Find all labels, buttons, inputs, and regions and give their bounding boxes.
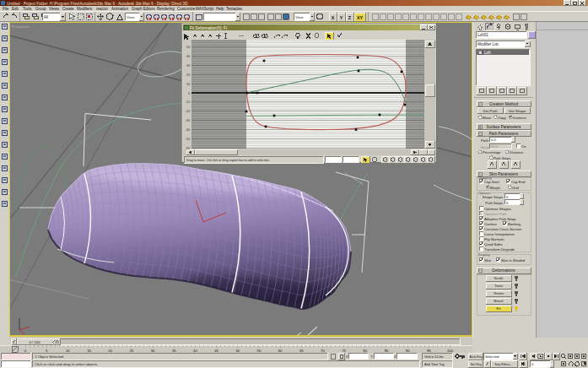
svg-text:0 / 100: 0 / 100 xyxy=(29,340,40,344)
svg-text:−: − xyxy=(479,132,482,136)
svg-text:Surface Parameters: Surface Parameters xyxy=(487,125,522,129)
svg-text:10: 10 xyxy=(186,83,190,86)
svg-text:Contour: Contour xyxy=(484,222,498,226)
svg-text:Path Steps: Path Steps xyxy=(494,156,511,160)
svg-text:10.0: 10.0 xyxy=(491,144,499,149)
svg-text:1 Object Selected: 1 Object Selected xyxy=(35,354,64,359)
svg-text:Customize: Customize xyxy=(177,7,196,11)
svg-text:45: 45 xyxy=(214,349,218,353)
svg-text:Y: Y xyxy=(340,15,343,20)
svg-text:25: 25 xyxy=(130,349,134,353)
svg-text:50: 50 xyxy=(235,349,240,353)
svg-text:Bevel: Bevel xyxy=(494,299,504,303)
svg-text:Loft01: Loft01 xyxy=(477,33,488,37)
svg-text:Auto Key: Auto Key xyxy=(470,355,483,359)
svg-text:Grid = 10.0m: Grid = 10.0m xyxy=(424,354,444,359)
svg-text:Views: Views xyxy=(49,7,60,11)
svg-text:40: 40 xyxy=(193,349,197,353)
svg-text:80: 80 xyxy=(363,349,367,353)
svg-text:Fit: Fit xyxy=(497,306,502,311)
svg-text:Constant Cross-Section: Constant Cross-Section xyxy=(484,227,522,231)
svg-text:Skin: Skin xyxy=(484,258,492,262)
svg-text:Instance: Instance xyxy=(513,116,527,120)
svg-text:-10: -10 xyxy=(186,100,191,104)
svg-text:Loft: Loft xyxy=(484,51,491,55)
svg-text:Edit: Edit xyxy=(12,7,19,11)
svg-text:View: View xyxy=(295,15,304,19)
svg-text:20: 20 xyxy=(108,349,112,353)
svg-text:Optimize Shapes: Optimize Shapes xyxy=(484,207,511,211)
svg-text:55: 55 xyxy=(257,349,262,353)
svg-text:−: − xyxy=(479,268,482,273)
svg-text:MAXScript: MAXScript xyxy=(196,7,214,11)
svg-text:Fit Deformation(X): Fi: Fit Deformation(X): Fi xyxy=(190,26,227,30)
svg-text:Adaptive Path Steps: Adaptive Path Steps xyxy=(484,217,516,221)
svg-text:Percentage: Percentage xyxy=(483,150,501,154)
svg-text:0: 0 xyxy=(188,92,190,95)
svg-text:Path Steps:: Path Steps: xyxy=(485,201,504,205)
svg-text:Untitled - Project Folder:: Untitled - Project Folder: H:\Program Fi… xyxy=(7,2,188,6)
svg-text:Grid: Grid xyxy=(512,186,520,190)
svg-text:Perspective: Perspective xyxy=(12,24,30,29)
svg-text:Tools: Tools xyxy=(23,7,32,11)
svg-text:X: X xyxy=(332,15,335,20)
svg-text:Key Filters...: Key Filters... xyxy=(494,363,512,366)
svg-text:Skin in Shaded: Skin in Shaded xyxy=(501,258,526,262)
svg-text:Linear Interpolation: Linear Interpolation xyxy=(484,232,515,236)
svg-text:Add Time Tag: Add Time Tag xyxy=(424,362,445,366)
svg-text:-30: -30 xyxy=(186,119,191,122)
svg-text:Create: Create xyxy=(62,7,74,11)
svg-text:-20: -20 xyxy=(186,110,191,113)
svg-text:30: 30 xyxy=(151,349,155,353)
svg-text:20: 20 xyxy=(186,73,190,77)
svg-text:Copy: Copy xyxy=(498,116,507,120)
svg-text:60: 60 xyxy=(278,349,283,353)
svg-text:Flip Normals: Flip Normals xyxy=(484,237,504,241)
svg-text:Distance: Distance xyxy=(510,150,524,154)
svg-text:Optimize Path: Optimize Path xyxy=(484,212,507,216)
svg-text:+: + xyxy=(479,125,482,129)
svg-text:Graph Editors: Graph Editors xyxy=(132,7,156,11)
svg-text:100: 100 xyxy=(447,349,454,353)
svg-text:Drag to move. Ctrl-click or dr: Drag to move. Ctrl-click or drag region … xyxy=(186,159,270,162)
svg-text:70: 70 xyxy=(321,349,325,353)
svg-text:30: 30 xyxy=(186,64,190,68)
svg-text:Cap End: Cap End xyxy=(511,180,526,184)
svg-text:-40: -40 xyxy=(186,128,191,132)
svg-text:Help: Help xyxy=(216,7,224,11)
svg-text:Teeter: Teeter xyxy=(494,291,504,295)
svg-text:Morph: Morph xyxy=(490,186,501,190)
svg-text:95: 95 xyxy=(427,349,431,353)
svg-text:reactor: reactor xyxy=(96,7,109,11)
svg-text:Transform Degrade: Transform Degrade xyxy=(484,247,515,252)
svg-text:Rendering: Rendering xyxy=(157,7,175,11)
svg-text:Move: Move xyxy=(483,116,492,120)
svg-text:35: 35 xyxy=(172,349,176,353)
svg-text:40: 40 xyxy=(186,55,190,58)
svg-text:85: 85 xyxy=(385,349,389,353)
svg-text:All: All xyxy=(44,15,48,19)
svg-text:Banking: Banking xyxy=(508,222,521,226)
svg-text:Skin Parameters: Skin Parameters xyxy=(489,172,519,176)
svg-text:Animation: Animation xyxy=(111,7,129,11)
svg-text:50: 50 xyxy=(186,46,190,49)
svg-text:Selected: Selected xyxy=(485,354,499,359)
svg-text:Twist: Twist xyxy=(494,284,504,288)
svg-text:Get Shape: Get Shape xyxy=(509,109,527,113)
svg-text:15: 15 xyxy=(87,349,91,353)
svg-text:Set Key: Set Key xyxy=(471,363,482,366)
svg-text:On: On xyxy=(521,144,526,149)
svg-text:−: − xyxy=(479,102,482,106)
svg-text:Path Parameters: Path Parameters xyxy=(489,132,519,136)
svg-text:XY: XY xyxy=(357,15,364,20)
svg-text:Group: Group xyxy=(35,7,46,11)
svg-text:Deformations: Deformations xyxy=(492,268,515,273)
svg-text:Click or click-and-drag to sel: Click or click-and-drag to select object… xyxy=(35,362,98,366)
svg-text:Get Path: Get Path xyxy=(483,109,498,113)
svg-text:Shape Steps:: Shape Steps: xyxy=(483,195,504,199)
svg-text:75: 75 xyxy=(342,349,346,353)
svg-text:Scale: Scale xyxy=(494,276,504,280)
svg-text:Tentacles: Tentacles xyxy=(226,7,243,11)
svg-text:10: 10 xyxy=(66,349,70,353)
svg-text:65: 65 xyxy=(299,349,304,353)
